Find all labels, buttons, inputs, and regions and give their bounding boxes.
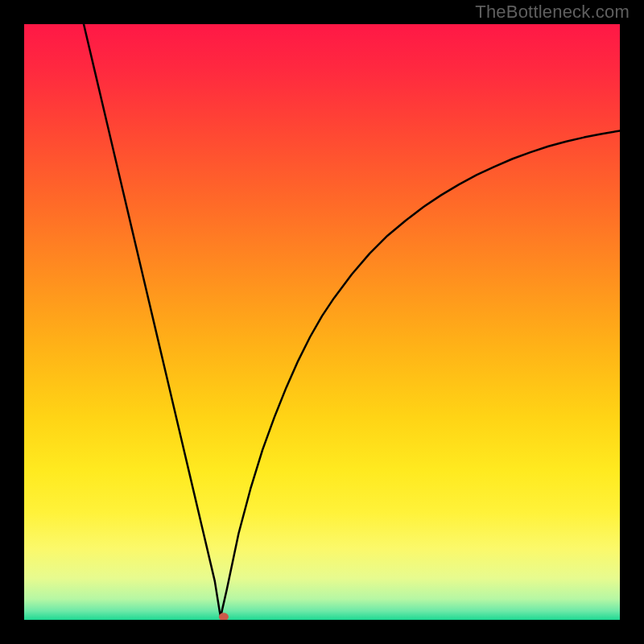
page-root: TheBottleneck.com bbox=[0, 0, 644, 644]
plot-area bbox=[24, 24, 620, 620]
chart-svg bbox=[24, 24, 620, 620]
gradient-bg-rect bbox=[24, 24, 620, 620]
watermark-text: TheBottleneck.com bbox=[475, 2, 630, 23]
